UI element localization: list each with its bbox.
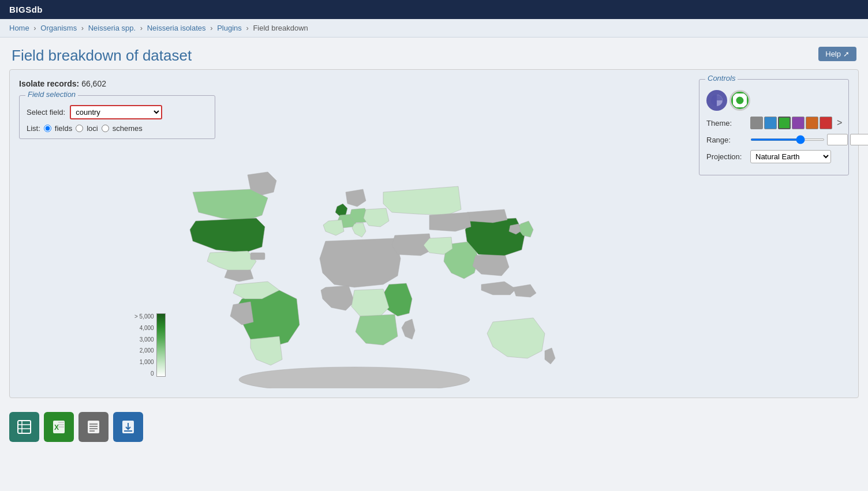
range-min-input[interactable]	[827, 134, 848, 145]
map-legend: > 5,000 4,000 3,000 2,000 1,000 0	[134, 313, 166, 377]
pie-chart-button[interactable]	[706, 90, 727, 111]
isolate-records-count: 66,602	[81, 79, 106, 88]
radio-loci[interactable]	[76, 125, 83, 132]
field-select[interactable]: country year age_group species	[70, 105, 162, 119]
list-label: List:	[27, 124, 40, 133]
theme-row: Theme: >	[706, 117, 841, 129]
select-field-label: Select field:	[27, 108, 65, 117]
excel-button[interactable]: X	[44, 412, 74, 442]
projection-label: Projection:	[706, 152, 747, 161]
field-selection-legend: Field selection	[25, 90, 78, 99]
app-title: BIGSdb	[9, 5, 43, 14]
text-button[interactable]	[78, 412, 108, 442]
chart-type-icons	[706, 90, 841, 111]
main-content: Isolate records: 66,602 Field selection …	[9, 69, 859, 398]
theme-label: Theme:	[706, 119, 747, 128]
controls-box: Controls	[699, 79, 849, 175]
radio-schemes[interactable]	[102, 125, 109, 132]
theme-swatch-gray[interactable]	[750, 117, 763, 129]
breadcrumb-neisseria-isolates[interactable]: Neisseria isolates	[147, 24, 206, 32]
page-title: Field breakdown of dataset	[12, 47, 192, 65]
donut-chart-button[interactable]	[729, 90, 750, 111]
range-max-input[interactable]	[850, 134, 868, 145]
help-button[interactable]: Help ➚	[818, 47, 856, 61]
projection-select[interactable]: Natural Earth Mercator Equirectangular O…	[750, 150, 831, 163]
radio-fields[interactable]	[44, 125, 51, 132]
bottom-toolbar: X	[0, 407, 868, 447]
page-header: Field breakdown of dataset Help ➚	[0, 38, 868, 69]
left-panel: Isolate records: 66,602 Field selection …	[19, 79, 690, 388]
app-title-bar: BIGSdb	[0, 0, 868, 19]
breadcrumb-plugins[interactable]: Plugins	[217, 24, 242, 32]
legend-color-bar	[156, 313, 166, 377]
theme-chevron-button[interactable]: >	[836, 118, 843, 128]
range-row: Range:	[706, 134, 841, 145]
breadcrumb-organisms[interactable]: Organisms	[40, 24, 77, 32]
breadcrumb-home[interactable]: Home	[9, 24, 29, 32]
list-row: List: fields loci schemes	[27, 124, 208, 133]
world-map	[135, 146, 574, 388]
breadcrumb-current: Field breakdown	[253, 24, 308, 32]
svg-rect-4	[18, 421, 31, 433]
isolate-records-label: Isolate records:	[19, 79, 79, 88]
theme-swatch-purple[interactable]	[792, 117, 805, 129]
theme-swatch-orange[interactable]	[806, 117, 818, 129]
field-selection-box: Field selection Select field: country ye…	[19, 95, 215, 139]
isolate-records-header: Isolate records: 66,602	[19, 79, 690, 88]
breadcrumb: Home › Organisms › Neisseria spp. › Neis…	[0, 19, 868, 38]
theme-swatch-red[interactable]	[820, 117, 832, 129]
svg-text:X: X	[54, 423, 59, 432]
range-slider[interactable]	[750, 138, 825, 141]
controls-panel: Controls	[699, 79, 849, 388]
map-container: > 5,000 4,000 3,000 2,000 1,000 0	[19, 146, 690, 388]
controls-legend: Controls	[705, 74, 738, 83]
label-fields: fields	[55, 124, 72, 133]
svg-rect-2	[250, 253, 265, 260]
theme-swatch-blue[interactable]	[764, 117, 777, 129]
range-label: Range:	[706, 136, 747, 144]
table-button[interactable]	[9, 412, 39, 442]
projection-row: Projection: Natural Earth Mercator Equir…	[706, 150, 841, 163]
theme-swatch-green[interactable]	[778, 117, 791, 129]
label-loci: loci	[87, 124, 98, 133]
breadcrumb-neisseria-spp[interactable]: Neisseria spp.	[88, 24, 136, 32]
download-button[interactable]	[113, 412, 143, 442]
select-field-row: Select field: country year age_group spe…	[27, 105, 208, 119]
label-schemes: schemes	[113, 124, 143, 133]
theme-swatches	[750, 117, 832, 129]
